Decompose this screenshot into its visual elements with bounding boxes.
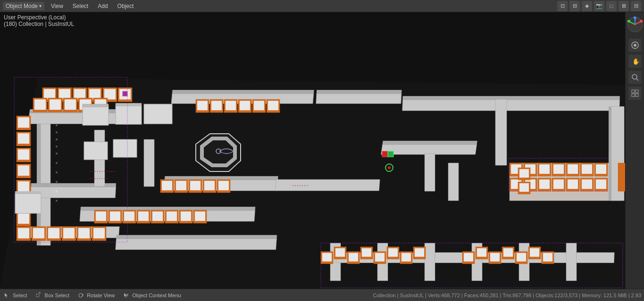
svg-rect-18 — [316, 93, 401, 104]
svg-rect-17 — [172, 90, 314, 94]
svg-rect-233 — [503, 248, 513, 257]
svg-rect-158 — [144, 104, 172, 124]
svg-rect-161 — [15, 194, 41, 213]
svg-rect-69 — [34, 99, 46, 110]
svg-point-180 — [56, 146, 58, 147]
svg-rect-262 — [126, 294, 128, 294]
scene-canvas[interactable]: • • • • • • • • • • • • • • • • • • • • … — [0, 12, 625, 289]
svg-rect-201 — [138, 212, 149, 221]
toolbar-icon-1[interactable]: ⊡ — [557, 1, 568, 11]
rotate-view-tool[interactable]: Rotate View — [77, 292, 115, 299]
svg-rect-53 — [566, 243, 577, 281]
svg-rect-171 — [382, 151, 388, 157]
svg-rect-57 — [44, 89, 55, 99]
view-menu[interactable]: View — [48, 2, 66, 10]
svg-text:✋: ✋ — [632, 57, 639, 65]
svg-rect-195 — [96, 212, 106, 221]
box-select-tool[interactable]: Box Select — [35, 292, 70, 299]
svg-rect-190 — [519, 169, 529, 178]
svg-rect-121 — [190, 181, 201, 190]
svg-point-184 — [56, 181, 58, 183]
toolbar-icon-7[interactable]: ⊟ — [631, 1, 641, 11]
svg-rect-155 — [83, 104, 109, 107]
svg-rect-131 — [539, 164, 550, 174]
svg-rect-61 — [74, 89, 85, 99]
svg-rect-24 — [383, 141, 477, 145]
navigation-gizmo[interactable]: Z X Y — [627, 16, 644, 33]
svg-rect-231 — [490, 253, 500, 261]
svg-rect-193 — [618, 163, 625, 191]
svg-rect-79 — [18, 117, 29, 128]
svg-point-181 — [56, 153, 58, 155]
svg-rect-119 — [176, 181, 186, 190]
svg-rect-207 — [181, 212, 191, 221]
add-menu[interactable]: Add — [95, 2, 110, 10]
toolbar-icon-5[interactable]: □ — [606, 1, 617, 11]
svg-rect-85 — [18, 165, 29, 176]
svg-rect-147 — [553, 179, 564, 189]
box-select-icon — [35, 292, 42, 299]
svg-point-179 — [56, 138, 58, 140]
select-tool[interactable]: Select — [3, 292, 27, 299]
svg-rect-237 — [530, 248, 539, 257]
svg-rect-105 — [197, 101, 208, 110]
box-select-label: Box Select — [45, 293, 70, 298]
svg-rect-125 — [218, 181, 229, 190]
svg-rect-219 — [375, 253, 385, 261]
svg-rect-25 — [425, 154, 435, 191]
toolbar-icon-2[interactable]: ⊟ — [569, 1, 580, 11]
grid-btn[interactable] — [628, 87, 642, 100]
svg-rect-20 — [402, 99, 620, 111]
svg-rect-47 — [425, 243, 435, 281]
svg-rect-27 — [40, 114, 50, 245]
svg-rect-139 — [596, 164, 606, 174]
svg-rect-259 — [36, 294, 39, 297]
object-menu[interactable]: Object — [115, 2, 137, 10]
svg-point-178 — [56, 131, 58, 133]
svg-rect-23 — [381, 144, 477, 155]
zoom-btn[interactable] — [628, 71, 642, 84]
rotate-view-label: Rotate View — [87, 293, 115, 298]
context-menu-tool[interactable]: Object Context Menu — [122, 292, 181, 299]
svg-rect-97 — [48, 228, 59, 238]
svg-rect-137 — [582, 164, 592, 174]
object-mode-label: Object Mode — [6, 3, 38, 9]
svg-rect-26 — [448, 163, 459, 201]
svg-rect-229 — [477, 248, 486, 257]
svg-rect-37 — [116, 235, 277, 239]
camera-perspective-btn[interactable] — [628, 39, 642, 52]
svg-rect-81 — [18, 133, 29, 144]
svg-rect-203 — [152, 212, 163, 221]
hand-tool-btn[interactable]: ✋ — [628, 55, 642, 68]
svg-rect-117 — [162, 181, 172, 190]
svg-point-251 — [634, 44, 636, 47]
rotate-icon — [77, 292, 84, 299]
svg-rect-28 — [37, 114, 41, 245]
svg-rect-22 — [495, 99, 507, 165]
svg-point-174 — [388, 166, 391, 169]
svg-rect-63 — [89, 89, 100, 99]
svg-rect-145 — [539, 179, 550, 189]
svg-rect-235 — [517, 253, 526, 261]
svg-rect-109 — [226, 101, 236, 110]
object-mode-dropdown[interactable]: Object Mode — [3, 2, 44, 10]
mouse-icon — [3, 292, 10, 299]
context-menu-label: Object Context Menu — [132, 293, 181, 298]
context-menu-icon — [122, 292, 130, 299]
svg-rect-257 — [632, 94, 635, 97]
svg-rect-239 — [543, 253, 552, 261]
scene-svg: • • • • • • • • • • • • • • • • • • • • … — [0, 12, 625, 289]
svg-rect-135 — [568, 164, 578, 174]
svg-rect-101 — [78, 228, 90, 238]
toolbar-icon-4[interactable]: 📷 — [594, 1, 604, 11]
svg-point-253 — [632, 74, 637, 79]
svg-rect-36 — [116, 238, 277, 250]
toolbar-icon-6[interactable]: ⊞ — [619, 1, 629, 11]
svg-rect-42 — [275, 179, 380, 191]
svg-rect-91 — [18, 213, 29, 224]
viewport[interactable]: User Perspective (Local) (180) Collectio… — [0, 12, 625, 289]
svg-point-185 — [56, 190, 58, 192]
svg-rect-172 — [388, 151, 393, 157]
select-menu[interactable]: Select — [70, 2, 91, 10]
toolbar-icon-3[interactable]: ◈ — [582, 1, 592, 11]
